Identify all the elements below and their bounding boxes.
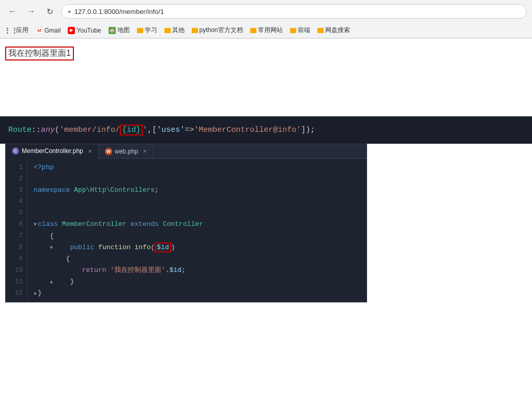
url-text: 127.0.0.1:8000/member/info/1: [74, 8, 164, 16]
folder-study-icon: [137, 28, 143, 33]
code-lines: <?php namespace App\Http\Controllers; ▼c…: [27, 159, 367, 302]
folder-python-icon: [192, 28, 198, 33]
reload-button[interactable]: ↻: [42, 4, 57, 19]
code-line-12: ▲}: [34, 287, 360, 299]
code-line-11: ▲ }: [34, 276, 360, 287]
bookmark-frontend[interactable]: 前端: [287, 25, 313, 36]
line-num-9: 9: [11, 253, 23, 265]
route-code: Route::any('member/info/{id}',['uses'=>'…: [8, 126, 524, 134]
bookmark-disk-label: 网盘搜索: [325, 26, 350, 35]
code-line-4: [34, 196, 360, 207]
route-code-bar: Route::any('member/info/{id}',['uses'=>'…: [0, 116, 532, 144]
folder-disk-icon: [317, 28, 324, 33]
line-num-12: 12: [11, 287, 23, 299]
line-numbers: 1 2 3 4 5 6 7 8 9 10 11 12: [6, 159, 27, 302]
bookmark-other-label: 其他: [172, 26, 185, 35]
code-line-3: namespace App\Http\Controllers;: [34, 185, 360, 196]
bookmark-common-label: 常用网站: [258, 26, 283, 35]
address-bar[interactable]: ● 127.0.0.1:8000/member/info/1: [61, 4, 527, 19]
bookmark-disk[interactable]: 网盘搜索: [314, 25, 353, 36]
line-num-10: 10: [11, 265, 23, 276]
bookmark-apps-label: 应用: [16, 26, 28, 35]
line-num-5: 5: [11, 207, 23, 219]
line-num-1: 1: [11, 162, 23, 173]
bookmark-gmail-label: Gmail: [44, 27, 60, 34]
bookmark-other[interactable]: 其他: [161, 25, 188, 36]
web-file-icon: W: [105, 148, 112, 155]
bookmark-gmail[interactable]: M Gmail: [33, 26, 64, 35]
code-area: 1 2 3 4 5 6 7 8 9 10 11 12 <?php namespa…: [6, 159, 367, 302]
bookmark-youtube[interactable]: ▶ YouTube: [65, 26, 104, 35]
line-num-2: 2: [11, 173, 23, 185]
tab-web-label: web.php: [115, 148, 138, 155]
bookmark-python-label: python官方文档: [200, 26, 243, 35]
line-num-3: 3: [11, 185, 23, 196]
map-icon: 🏠: [109, 27, 116, 34]
folder-other-icon: [164, 28, 171, 33]
bookmark-apps[interactable]: ⋮⋮ 应用: [4, 25, 32, 36]
bookmark-common[interactable]: 常用网站: [247, 25, 286, 36]
apps-icon: ⋮⋮: [7, 27, 14, 34]
code-line-2: [34, 173, 360, 185]
back-button[interactable]: ←: [5, 4, 20, 19]
tab-member-controller[interactable]: C MemberController.php ✕: [6, 144, 99, 159]
code-line-8: ▼ public function info($id): [34, 242, 360, 253]
line-num-11: 11: [11, 276, 23, 287]
folder-frontend-icon: [290, 28, 296, 33]
code-line-10: return '我在控制器里面'.$id;: [34, 265, 360, 276]
bookmarks-bar: ⋮⋮ 应用 M Gmail ▶ YouTube 🏠 地图 学习 其他 pytho…: [0, 23, 532, 38]
tab-member-close[interactable]: ✕: [88, 148, 92, 154]
forward-button[interactable]: →: [24, 4, 38, 19]
tab-member-label: MemberController.php: [22, 147, 83, 155]
browser-chrome: ← → ↻ ● 127.0.0.1:8000/member/info/1 ⋮⋮ …: [0, 0, 532, 39]
bookmark-frontend-label: 前端: [298, 26, 310, 35]
tab-web-php[interactable]: W web.php ✕: [99, 144, 154, 158]
browser-nav: ← → ↻ ● 127.0.0.1:8000/member/info/1: [0, 0, 532, 23]
bookmark-map-label: 地图: [117, 26, 130, 35]
gmail-icon: M: [36, 27, 43, 34]
line-num-7: 7: [11, 231, 23, 242]
code-line-7: {: [34, 231, 360, 242]
youtube-icon: ▶: [68, 27, 75, 34]
code-line-5: [34, 207, 360, 219]
ide-panel: C MemberController.php ✕ W web.php ✕ 1 2…: [5, 144, 367, 302]
php-file-icon: C: [12, 147, 19, 155]
code-line-6: ▼class MemberController extends Controll…: [34, 219, 360, 230]
folder-common-icon: [250, 28, 256, 33]
bookmark-python[interactable]: python官方文档: [189, 25, 246, 36]
ide-tabs: C MemberController.php ✕ W web.php ✕: [6, 144, 367, 159]
spacer: [0, 101, 532, 116]
bookmark-map[interactable]: 🏠 地图: [105, 25, 133, 36]
bookmark-study-label: 学习: [145, 26, 157, 35]
bookmark-study[interactable]: 学习: [134, 25, 160, 36]
page-content: 我在控制器里面1: [0, 39, 532, 101]
bookmark-youtube-label: YouTube: [77, 27, 101, 34]
lock-icon: ●: [68, 8, 71, 14]
code-line-9: {: [34, 253, 360, 265]
line-num-6: 6: [11, 219, 23, 230]
line-num-4: 4: [11, 196, 23, 207]
tab-web-close[interactable]: ✕: [143, 148, 147, 154]
line-num-8: 8: [11, 242, 23, 253]
code-line-1: <?php: [34, 162, 360, 173]
page-output-text: 我在控制器里面1: [5, 47, 74, 60]
